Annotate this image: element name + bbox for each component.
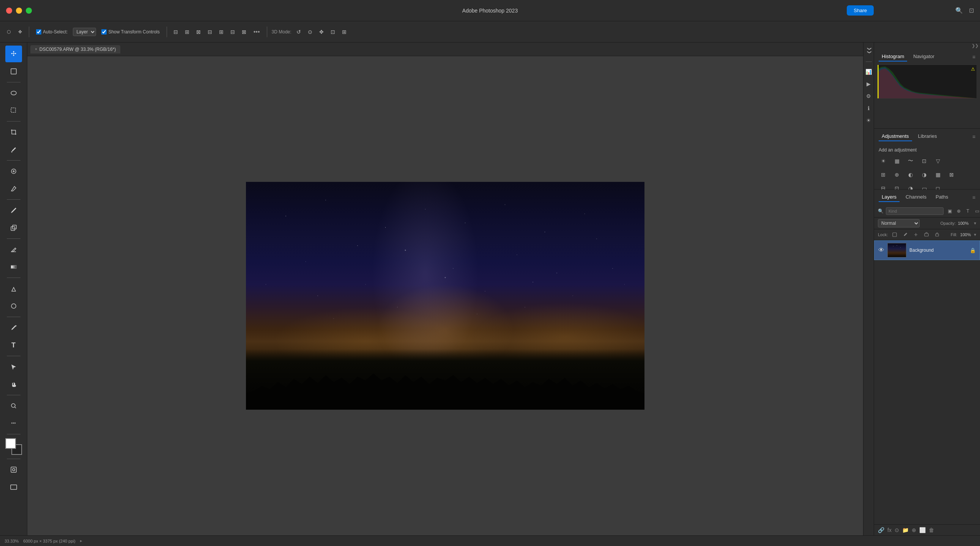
minimize-button[interactable] bbox=[16, 8, 22, 14]
new-group-icon[interactable]: 📁 bbox=[902, 527, 908, 533]
foreground-color[interactable] bbox=[5, 438, 16, 449]
canvas-tab-file[interactable]: × DSC00579.ARW @ 33.3% (RGB/16*) bbox=[30, 45, 120, 54]
gradient-tool[interactable] bbox=[5, 259, 22, 275]
colorlookup-adj-icon[interactable]: ⊠ bbox=[946, 169, 957, 180]
type-tool[interactable]: T bbox=[5, 337, 22, 353]
new-layer-icon[interactable]: ⬜ bbox=[919, 527, 926, 533]
align-left-btn[interactable]: ⊟ bbox=[172, 28, 180, 36]
tab-adjustments[interactable]: Adjustments bbox=[879, 132, 912, 141]
lock-position-icon[interactable] bbox=[912, 231, 920, 239]
fill-arrow-icon[interactable]: ▾ bbox=[974, 232, 976, 237]
new-adj-icon[interactable]: ⊕ bbox=[912, 527, 916, 533]
mask-mode[interactable] bbox=[5, 461, 22, 478]
lasso-tool[interactable] bbox=[5, 85, 22, 101]
collapse-strip-icon[interactable]: ❮❮ bbox=[866, 46, 871, 56]
align-right-btn[interactable]: ⊠ bbox=[194, 28, 203, 36]
smudge-tool[interactable] bbox=[5, 180, 22, 197]
auto-select-checkbox[interactable] bbox=[36, 29, 41, 35]
hsl-adj-icon[interactable]: ⊞ bbox=[878, 169, 889, 180]
clone-tool[interactable] bbox=[5, 220, 22, 236]
brightness-adj-icon[interactable]: ☀ bbox=[878, 156, 889, 166]
photofilter-adj-icon[interactable]: ◑ bbox=[919, 169, 929, 180]
toolbar-more-options[interactable]: ••• bbox=[251, 28, 262, 36]
crop-tool[interactable] bbox=[5, 124, 22, 140]
move-tool-icon[interactable]: ✥ bbox=[16, 28, 24, 36]
distribute-btn[interactable]: ⊠ bbox=[240, 28, 248, 36]
select-tool[interactable] bbox=[5, 63, 22, 80]
maximize-button[interactable] bbox=[26, 8, 32, 14]
tab-histogram[interactable]: Histogram bbox=[879, 52, 907, 62]
filter-type-icon[interactable]: T bbox=[964, 207, 972, 215]
move-tool[interactable] bbox=[5, 46, 22, 62]
adjustments-menu-icon[interactable]: ≡ bbox=[972, 134, 975, 140]
tab-layers[interactable]: Layers bbox=[879, 193, 899, 202]
histogram-strip-icon[interactable]: 📊 bbox=[865, 68, 873, 76]
filter-shape-icon[interactable]: ▭ bbox=[973, 207, 980, 215]
color-swatches[interactable] bbox=[5, 438, 22, 455]
3d-rotate-btn[interactable]: ↺ bbox=[294, 28, 303, 36]
share-button[interactable]: Share bbox=[847, 5, 874, 16]
pen-tool[interactable] bbox=[5, 319, 22, 336]
vibrance-adj-icon[interactable]: ▽ bbox=[932, 156, 943, 166]
lock-brush-icon[interactable] bbox=[901, 231, 909, 239]
brush-tool[interactable] bbox=[5, 202, 22, 219]
layers-menu-icon[interactable]: ≡ bbox=[972, 194, 975, 201]
align-top-btn[interactable]: ⊟ bbox=[206, 28, 214, 36]
sharpen-tool[interactable] bbox=[5, 298, 22, 314]
tab-close-icon[interactable]: × bbox=[35, 47, 37, 51]
zoom-tool[interactable] bbox=[5, 398, 22, 414]
3d-pan-btn[interactable]: ✥ bbox=[317, 28, 326, 36]
3d-orbit-btn[interactable]: ⊙ bbox=[306, 28, 314, 36]
add-style-icon[interactable]: fx bbox=[888, 527, 892, 533]
align-center-btn[interactable]: ⊞ bbox=[183, 28, 191, 36]
tab-libraries[interactable]: Libraries bbox=[915, 132, 940, 141]
blend-mode-select[interactable]: Normal bbox=[878, 219, 920, 228]
add-mask-icon[interactable]: ⊙ bbox=[895, 527, 899, 533]
settings-strip-icon[interactable]: ⚙ bbox=[865, 92, 872, 100]
tab-channels[interactable]: Channels bbox=[902, 193, 929, 202]
extra-tools[interactable]: ••• bbox=[5, 415, 22, 432]
hand-tool[interactable] bbox=[5, 376, 22, 393]
arrow-tool[interactable] bbox=[5, 358, 22, 375]
lock-artboard-icon[interactable] bbox=[923, 231, 930, 239]
curves-adj-icon[interactable]: 〜 bbox=[905, 156, 916, 166]
window-icon[interactable]: ⊡ bbox=[969, 7, 974, 14]
healing-tool[interactable] bbox=[5, 163, 22, 180]
align-bottom-btn[interactable]: ⊟ bbox=[229, 28, 237, 36]
levels-adj-icon[interactable]: ▦ bbox=[892, 156, 902, 166]
layers-kind-input[interactable] bbox=[886, 207, 943, 215]
eraser-tool[interactable] bbox=[5, 241, 22, 258]
close-button[interactable] bbox=[6, 8, 12, 14]
histogram-menu-icon[interactable]: ≡ bbox=[972, 54, 975, 60]
adj-strip-icon[interactable]: ☀ bbox=[865, 116, 872, 124]
layer-item-background[interactable]: 👁 Background 🔒 bbox=[874, 240, 980, 260]
layer-visibility-icon[interactable]: 👁 bbox=[878, 247, 885, 254]
3d-scale-btn[interactable]: ⊞ bbox=[340, 28, 348, 36]
play-strip-icon[interactable]: ▶ bbox=[866, 80, 872, 88]
tab-paths[interactable]: Paths bbox=[932, 193, 951, 202]
filter-pixel-icon[interactable]: ▣ bbox=[946, 207, 953, 215]
info-strip-icon[interactable]: ℹ bbox=[867, 104, 870, 112]
opacity-arrow-icon[interactable]: ▾ bbox=[974, 221, 976, 226]
align-middle-btn[interactable]: ⊞ bbox=[217, 28, 226, 36]
colorbalance-adj-icon[interactable]: ⊕ bbox=[892, 169, 902, 180]
status-arrow-icon[interactable]: ▸ bbox=[80, 538, 82, 543]
tab-navigator[interactable]: Navigator bbox=[910, 52, 937, 62]
lock-transparent-icon[interactable] bbox=[891, 231, 898, 239]
bw-adj-icon[interactable]: ◐ bbox=[905, 169, 916, 180]
channelmixer-adj-icon[interactable]: ▦ bbox=[932, 169, 943, 180]
3d-slide-btn[interactable]: ⊡ bbox=[329, 28, 337, 36]
lock-all-icon[interactable] bbox=[933, 231, 941, 239]
delete-layer-icon[interactable]: 🗑 bbox=[929, 527, 934, 533]
eyedropper-tool[interactable] bbox=[5, 141, 22, 158]
exposure-adj-icon[interactable]: ⊡ bbox=[919, 156, 929, 166]
canvas-viewport[interactable] bbox=[27, 56, 863, 535]
layer-select[interactable]: Layer bbox=[73, 28, 96, 36]
filter-adj-icon[interactable]: ⊕ bbox=[955, 207, 963, 215]
dodge-tool[interactable] bbox=[5, 280, 22, 297]
magic-select-tool[interactable] bbox=[5, 102, 22, 119]
link-layers-icon[interactable]: 🔗 bbox=[878, 527, 885, 533]
show-transform-checkbox[interactable] bbox=[101, 29, 107, 35]
search-icon[interactable]: 🔍 bbox=[955, 7, 963, 14]
panels-collapse-btn[interactable]: ❯❯ bbox=[972, 43, 978, 48]
